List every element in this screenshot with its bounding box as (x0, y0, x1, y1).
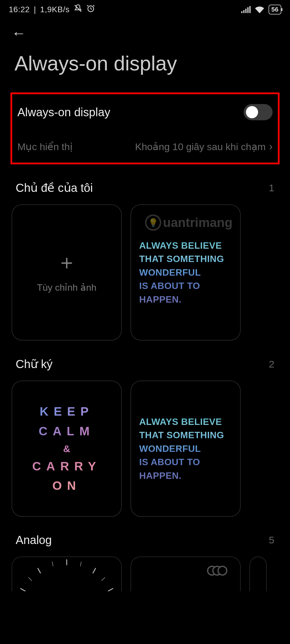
svg-line-9 (93, 568, 96, 573)
display-items-value: Khoảng 10 giây sau khi chạm (135, 141, 266, 152)
svg-line-0 (75, 5, 81, 12)
section-title: Analog (16, 534, 52, 547)
back-button[interactable]: ← (12, 25, 26, 41)
svg-rect-3 (243, 10, 244, 13)
status-network-speed: 1,9KB/s (40, 5, 70, 14)
aod-toggle-label: Always-on display (17, 106, 110, 119)
clock-dial-icon (12, 556, 122, 591)
section-header-signature: Chữ ký 2 (0, 341, 290, 381)
section-title: Chủ đề của tôi (16, 181, 93, 194)
alarm-icon (86, 4, 95, 15)
wifi-icon (255, 6, 264, 13)
svg-rect-4 (245, 9, 246, 13)
keep-calm-text: KEEP CALM & CARRY ON (32, 402, 101, 495)
believe-text: ALWAYS BELIEVE THAT SOMETHING WONDERFUL … (139, 239, 232, 306)
svg-line-11 (108, 588, 113, 591)
battery-indicator: 56 (269, 5, 281, 14)
status-bar: 16:22 | 1,9KB/s 56 (0, 0, 290, 15)
svg-line-8 (38, 568, 41, 573)
analog-card-1[interactable] (12, 556, 122, 591)
signature-card-believe[interactable]: ALWAYS BELIEVE THAT SOMETHING WONDERFUL … (130, 381, 241, 517)
display-items-row[interactable]: Mục hiển thị Khoảng 10 giây sau khi chạm… (17, 141, 273, 153)
add-custom-image-card[interactable]: ＋ Tùy chỉnh ảnh (12, 204, 122, 341)
highlighted-settings: Always-on display Mục hiển thị Khoảng 10… (10, 92, 280, 164)
aod-toggle-row[interactable]: Always-on display (17, 104, 273, 120)
status-time: 16:22 (9, 5, 30, 14)
section-header-my-themes: Chủ đề của tôi 1 (0, 164, 290, 204)
section-count: 1 (269, 182, 274, 194)
section-title: Chữ ký (16, 357, 52, 371)
svg-rect-5 (247, 7, 249, 13)
add-label: Tùy chỉnh ảnh (37, 282, 96, 293)
aod-toggle-switch[interactable] (244, 104, 273, 120)
mute-icon (74, 4, 82, 15)
chevron-right-icon: › (269, 141, 273, 153)
theme-card-believe[interactable]: ALWAYS BELIEVE THAT SOMETHING WONDERFUL … (130, 204, 241, 341)
signature-card-keep-calm[interactable]: KEEP CALM & CARRY ON (12, 381, 122, 517)
section-count: 2 (269, 359, 274, 370)
analog-card-2[interactable] (130, 556, 241, 591)
section-header-analog: Analog 5 (0, 517, 290, 556)
svg-rect-6 (249, 6, 251, 13)
svg-line-15 (102, 577, 105, 581)
svg-line-10 (20, 588, 26, 591)
believe-text: ALWAYS BELIEVE THAT SOMETHING WONDERFUL … (139, 415, 232, 482)
svg-line-12 (52, 562, 53, 566)
page-title: Always-on display (0, 43, 290, 87)
plus-icon: ＋ (57, 252, 77, 272)
display-items-label: Mục hiển thị (17, 141, 72, 152)
analog-card-3[interactable] (249, 556, 267, 591)
signal-icon (241, 6, 251, 13)
section-count: 5 (269, 534, 274, 546)
overlap-circles-icon (212, 566, 227, 576)
svg-rect-2 (241, 11, 242, 13)
svg-line-14 (28, 577, 32, 581)
svg-line-13 (80, 562, 81, 566)
